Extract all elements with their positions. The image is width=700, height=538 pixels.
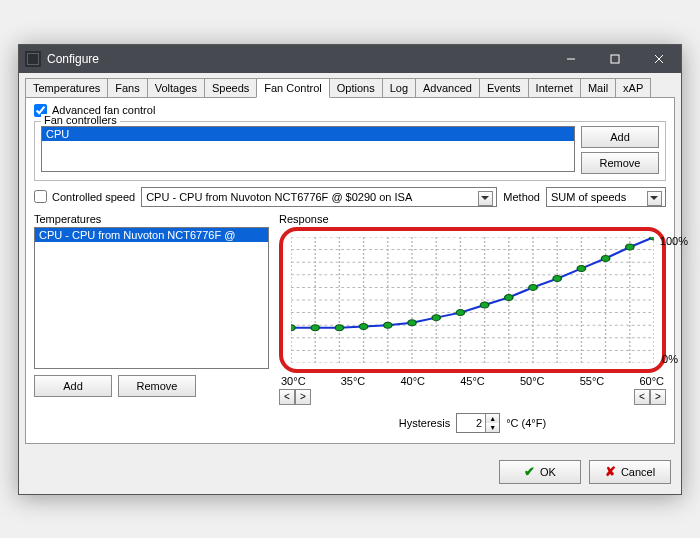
hysteresis-input[interactable] bbox=[457, 414, 485, 432]
x-tick: 40°C bbox=[400, 375, 425, 387]
tab-internet[interactable]: Internet bbox=[528, 78, 581, 97]
maximize-button[interactable] bbox=[593, 45, 637, 73]
remove-controller-button[interactable]: Remove bbox=[581, 152, 659, 174]
spinner-up-icon[interactable]: ▲ bbox=[486, 414, 499, 423]
window-title: Configure bbox=[47, 52, 549, 66]
tab-voltages[interactable]: Voltages bbox=[147, 78, 205, 97]
tab-speeds[interactable]: Speeds bbox=[204, 78, 257, 97]
svg-point-32 bbox=[311, 324, 319, 330]
controlled-speed-label: Controlled speed bbox=[52, 191, 135, 203]
hysteresis-unit: °C (4°F) bbox=[506, 417, 546, 429]
list-item[interactable]: CPU bbox=[42, 127, 574, 141]
scroll-right-button-2[interactable]: > bbox=[650, 389, 666, 405]
scroll-left-button-2[interactable]: < bbox=[634, 389, 650, 405]
x-tick: 60°C bbox=[639, 375, 664, 387]
temperatures-label: Temperatures bbox=[34, 213, 269, 225]
x-tick: 45°C bbox=[460, 375, 485, 387]
cancel-button[interactable]: ✘ Cancel bbox=[589, 460, 671, 484]
tab-options[interactable]: Options bbox=[329, 78, 383, 97]
tab-fan-control[interactable]: Fan Control bbox=[256, 78, 329, 98]
controlled-speed-input[interactable] bbox=[34, 190, 47, 203]
svg-point-42 bbox=[553, 275, 561, 281]
check-icon: ✔ bbox=[524, 464, 535, 479]
x-tick: 30°C bbox=[281, 375, 306, 387]
tab-strip: TemperaturesFansVoltagesSpeedsFan Contro… bbox=[25, 78, 675, 98]
hysteresis-label: Hysteresis bbox=[399, 417, 450, 429]
fan-controllers-group: Fan controllers CPU Add Remove bbox=[34, 121, 666, 181]
y-max-label: 100% bbox=[660, 235, 688, 247]
spinner-down-icon[interactable]: ▼ bbox=[486, 423, 499, 432]
response-chart-frame: 100% 0% bbox=[279, 227, 666, 373]
x-icon: ✘ bbox=[605, 464, 616, 479]
svg-point-41 bbox=[529, 284, 537, 290]
scroll-right-button[interactable]: > bbox=[295, 389, 311, 405]
list-item[interactable]: CPU - CPU from Nuvoton NCT6776F @ bbox=[35, 228, 268, 242]
svg-point-45 bbox=[626, 244, 634, 250]
y-min-label: 0% bbox=[662, 353, 678, 365]
fan-controllers-list[interactable]: CPU bbox=[41, 126, 575, 172]
controlled-speed-select[interactable]: CPU - CPU from Nuvoton NCT6776F @ $0290 … bbox=[141, 187, 497, 207]
controlled-speed-value: CPU - CPU from Nuvoton NCT6776F @ $0290 … bbox=[146, 191, 412, 203]
app-icon bbox=[25, 51, 41, 67]
remove-temperature-button[interactable]: Remove bbox=[118, 375, 196, 397]
cancel-label: Cancel bbox=[621, 466, 655, 478]
advanced-fan-control-checkbox[interactable]: Advanced fan control bbox=[34, 104, 666, 117]
tab-events[interactable]: Events bbox=[479, 78, 529, 97]
svg-point-36 bbox=[408, 319, 416, 325]
close-button[interactable] bbox=[637, 45, 681, 73]
tab-panel-fan-control: Advanced fan control Fan controllers CPU… bbox=[25, 97, 675, 444]
tab-fans[interactable]: Fans bbox=[107, 78, 147, 97]
svg-point-33 bbox=[335, 324, 343, 330]
svg-point-34 bbox=[359, 323, 367, 329]
tab-advanced[interactable]: Advanced bbox=[415, 78, 480, 97]
response-chart[interactable]: 100% 0% bbox=[291, 237, 654, 363]
tab-temperatures[interactable]: Temperatures bbox=[25, 78, 108, 97]
dialog-footer: ✔ OK ✘ Cancel bbox=[19, 450, 681, 494]
fan-controllers-title: Fan controllers bbox=[41, 114, 120, 126]
configure-window: Configure TemperaturesFansVoltagesSpeeds… bbox=[18, 44, 682, 495]
add-controller-button[interactable]: Add bbox=[581, 126, 659, 148]
svg-point-44 bbox=[601, 255, 609, 261]
method-label: Method bbox=[503, 191, 540, 203]
minimize-button[interactable] bbox=[549, 45, 593, 73]
svg-point-37 bbox=[432, 314, 440, 320]
svg-rect-1 bbox=[611, 55, 619, 63]
controlled-speed-checkbox[interactable]: Controlled speed bbox=[34, 190, 135, 203]
ok-label: OK bbox=[540, 466, 556, 478]
svg-point-38 bbox=[456, 309, 464, 315]
x-tick: 35°C bbox=[341, 375, 366, 387]
method-select[interactable]: SUM of speeds bbox=[546, 187, 666, 207]
titlebar: Configure bbox=[19, 45, 681, 73]
x-axis-ticks: 30°C35°C40°C45°C50°C55°C60°C bbox=[279, 375, 666, 387]
svg-point-31 bbox=[291, 324, 295, 330]
x-tick: 55°C bbox=[580, 375, 605, 387]
tab-mail[interactable]: Mail bbox=[580, 78, 616, 97]
response-label: Response bbox=[279, 213, 666, 225]
method-value: SUM of speeds bbox=[551, 191, 626, 203]
add-temperature-button[interactable]: Add bbox=[34, 375, 112, 397]
scroll-left-button[interactable]: < bbox=[279, 389, 295, 405]
temperatures-list[interactable]: CPU - CPU from Nuvoton NCT6776F @ bbox=[34, 227, 269, 369]
svg-point-40 bbox=[505, 294, 513, 300]
svg-point-39 bbox=[480, 302, 488, 308]
ok-button[interactable]: ✔ OK bbox=[499, 460, 581, 484]
x-tick: 50°C bbox=[520, 375, 545, 387]
svg-point-43 bbox=[577, 265, 585, 271]
hysteresis-spinner[interactable]: ▲ ▼ bbox=[456, 413, 500, 433]
tab-log[interactable]: Log bbox=[382, 78, 416, 97]
tab-xap[interactable]: xAP bbox=[615, 78, 651, 97]
svg-point-35 bbox=[384, 322, 392, 328]
